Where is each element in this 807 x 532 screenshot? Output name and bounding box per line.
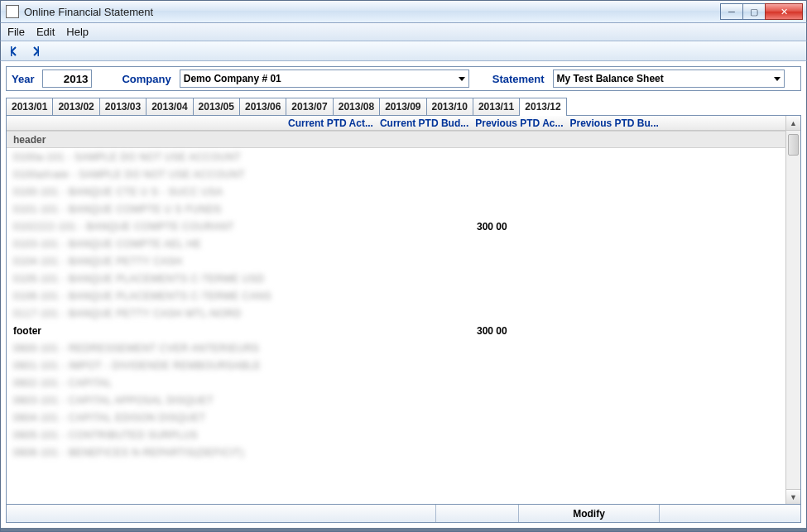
row-description: 0117-101 - BANQUE PETTY CASH MTL-NORD (13, 308, 477, 319)
scroll-thumb[interactable] (788, 134, 799, 156)
statement-selected: My Test Balance Sheet (557, 73, 664, 84)
row-value: 300 00 (477, 221, 576, 232)
tab-period[interactable]: 2013/05 (193, 98, 240, 115)
chevron-down-icon (774, 77, 781, 81)
back-arrow-icon[interactable] (6, 43, 22, 60)
svg-rect-0 (11, 46, 12, 56)
status-bar: Modify (6, 505, 801, 523)
table-row[interactable]: 0101-101 - BANQUE COMPTE U S FUNDS (7, 200, 785, 218)
window-controls: ─ ▢ ✕ (721, 3, 803, 20)
table-row[interactable]: 0117-101 - BANQUE PETTY CASH MTL-NORD (7, 304, 785, 322)
window-title: Online Financial Statement (24, 6, 153, 18)
table-row[interactable]: 0100a-101 - SAMPLE DO NOT USE ACCOUNT (7, 148, 785, 165)
grid-column-header[interactable]: Current PTD Act... (288, 117, 373, 129)
vertical-scrollbar[interactable]: ▲ ▼ (785, 116, 800, 504)
row-description: 0100aXrate - SAMPLE DO NOT USE ACCOUNT (13, 169, 477, 180)
client-area: Year Company Demo Company # 01 Statement… (0, 61, 807, 528)
status-empty (7, 505, 436, 522)
row-description: 0602-101 - CAPITAL (13, 377, 477, 389)
row-description: 0103-101 - BANQUE COMPTE AEL HE (13, 238, 477, 250)
scroll-up-icon[interactable]: ▲ (786, 116, 800, 131)
table-row[interactable]: 0105-101 - BANQUE PLACEMENTS C-TERME USD (7, 270, 785, 287)
grid-body: Current PTD Act...Current PTD Bud...Prev… (7, 116, 785, 504)
period-tabs: 2013/012013/022013/032013/042013/052013/… (6, 98, 801, 116)
tab-period[interactable]: 2013/01 (6, 98, 53, 115)
table-row[interactable]: 0603-101 - CAPITAL APPOSAL DISQUET (7, 391, 785, 409)
grid: Current PTD Act...Current PTD Bud...Prev… (6, 116, 801, 505)
status-cell-1 (436, 505, 519, 522)
company-combo[interactable]: Demo Company # 01 (180, 69, 469, 88)
menu-bar: File Edit Help (0, 23, 807, 41)
row-description: 0100-101 - BANQUE CTE U S - SUCC USA (13, 186, 477, 198)
year-label: Year (12, 73, 34, 85)
menu-file[interactable]: File (7, 26, 25, 38)
svg-rect-1 (38, 46, 40, 56)
row-description: 0104-101 - BANQUE PETTY CASH (13, 256, 477, 267)
statement-label: Statement (492, 73, 545, 85)
close-button[interactable]: ✕ (765, 3, 803, 20)
section-header: header (7, 131, 785, 148)
table-row[interactable]: 0104-101 - BANQUE PETTY CASH (7, 252, 785, 270)
row-description: 0105-101 - BANQUE PLACEMENTS C-TERME USD (13, 273, 477, 285)
tab-period[interactable]: 2013/11 (473, 98, 520, 115)
toolbar (0, 41, 807, 61)
row-description: 0606-101 - BENEFICES N-REPARTIS(DEFICIT) (13, 447, 477, 458)
table-row[interactable]: 0100-101 - BANQUE CTE U S - SUCC USA (7, 183, 785, 200)
grid-column-header[interactable]: Previous PTD Ac... (475, 117, 563, 129)
title-bar: Online Financial Statement ─ ▢ ✕ (0, 0, 807, 23)
row-description: 0102222-101 - BANQUE COMPTE COURANT (13, 221, 477, 232)
tab-period[interactable]: 2013/04 (146, 98, 193, 115)
menu-edit[interactable]: Edit (36, 26, 55, 38)
status-cell-last (660, 505, 800, 522)
window-border-bottom (0, 528, 807, 532)
grid-columns: Current PTD Act...Current PTD Bud...Prev… (7, 116, 785, 131)
table-row[interactable]: 0106-101 - BANQUE PLACEMENTS C-TERME CAN… (7, 287, 785, 304)
table-row[interactable]: 0103-101 - BANQUE COMPTE AEL HE (7, 235, 785, 252)
minimize-button[interactable]: ─ (720, 3, 743, 20)
table-row[interactable]: 0604-101 - CAPITAL EDISON DISQUET (7, 409, 785, 426)
table-row[interactable]: 0602-101 - CAPITAL (7, 374, 785, 391)
table-row[interactable]: 0601-101 - IMPOT - DIVIDENDE REMBOURSABL… (7, 357, 785, 374)
tab-period[interactable]: 2013/03 (99, 98, 147, 115)
tab-period[interactable]: 2013/12 (519, 98, 566, 115)
filter-row: Year Company Demo Company # 01 Statement… (6, 66, 801, 91)
statement-combo[interactable]: My Test Balance Sheet (553, 69, 785, 88)
table-row[interactable]: 0605-101 - CONTRIBUTED SURPLUS (7, 426, 785, 443)
app-icon (6, 5, 19, 18)
row-description: 0600-101 - REDRESSEMENT CVER ANTERIEURS (13, 343, 477, 354)
maximize-button[interactable]: ▢ (742, 3, 766, 20)
footer-total: 300 00 (477, 325, 576, 337)
grid-column-header[interactable]: Previous PTD Bu... (570, 117, 659, 129)
table-row[interactable]: 0102222-101 - BANQUE COMPTE COURANT300 0… (7, 218, 785, 235)
scroll-down-icon[interactable]: ▼ (786, 489, 800, 504)
forward-arrow-icon[interactable] (27, 43, 44, 60)
row-description: 0604-101 - CAPITAL EDISON DISQUET (13, 412, 477, 424)
tab-period[interactable]: 2013/09 (379, 98, 426, 115)
tab-period[interactable]: 2013/07 (286, 98, 333, 115)
tab-period[interactable]: 2013/02 (52, 98, 99, 115)
row-description: 0101-101 - BANQUE COMPTE U S FUNDS (13, 204, 477, 215)
tab-period[interactable]: 2013/10 (426, 98, 473, 115)
table-row[interactable]: 0100aXrate - SAMPLE DO NOT USE ACCOUNT (7, 165, 785, 183)
tab-period[interactable]: 2013/08 (333, 98, 380, 115)
menu-help[interactable]: Help (66, 26, 89, 38)
company-label: Company (122, 73, 171, 85)
year-input[interactable] (42, 69, 92, 88)
row-description: 0603-101 - CAPITAL APPOSAL DISQUET (13, 395, 477, 406)
tab-period[interactable]: 2013/06 (239, 98, 286, 115)
company-selected: Demo Company # 01 (184, 73, 281, 84)
row-description: 0100a-101 - SAMPLE DO NOT USE ACCOUNT (13, 151, 477, 163)
grid-column-header[interactable]: Current PTD Bud... (380, 117, 468, 129)
table-row[interactable]: 0606-101 - BENEFICES N-REPARTIS(DEFICIT) (7, 443, 785, 461)
section-footer: footer 300 00 (7, 322, 785, 339)
chevron-down-icon (459, 77, 465, 81)
table-row[interactable]: 0600-101 - REDRESSEMENT CVER ANTERIEURS (7, 339, 785, 357)
row-description: 0605-101 - CONTRIBUTED SURPLUS (13, 429, 477, 441)
modify-button[interactable]: Modify (519, 505, 660, 522)
row-description: 0601-101 - IMPOT - DIVIDENDE REMBOURSABL… (13, 360, 477, 371)
row-description: 0106-101 - BANQUE PLACEMENTS C-TERME CAN… (13, 290, 477, 302)
